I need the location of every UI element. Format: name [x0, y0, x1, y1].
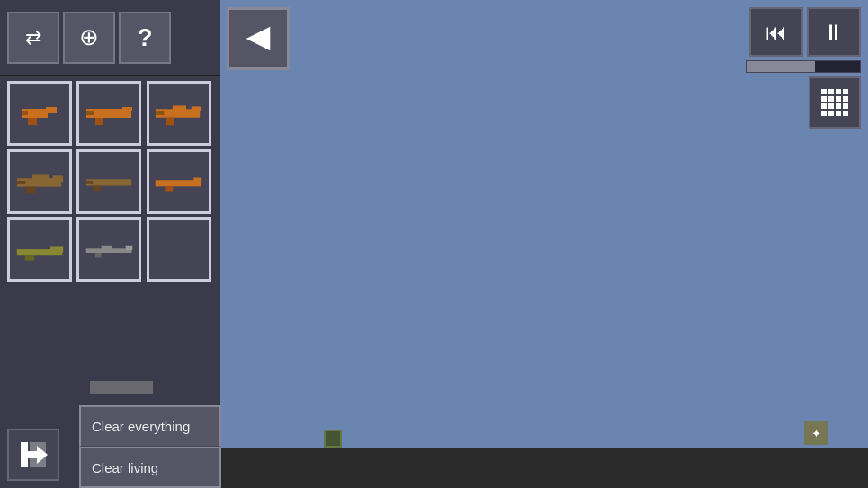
shotgun-icon — [85, 166, 134, 198]
clear-everything-button[interactable]: Clear everything — [79, 405, 221, 447]
svg-rect-11 — [192, 106, 201, 111]
help-button[interactable]: ? — [119, 12, 171, 64]
clear-everything-label: Clear everything — [92, 419, 190, 434]
svg-rect-13 — [173, 105, 186, 110]
svg-rect-3 — [28, 118, 37, 125]
back-icon — [240, 21, 276, 57]
svg-rect-24 — [194, 178, 202, 182]
tiny-character — [90, 381, 153, 394]
svg-rect-19 — [86, 179, 131, 185]
svg-rect-18 — [31, 174, 49, 179]
grid-button[interactable] — [809, 76, 861, 129]
exit-button[interactable] — [7, 429, 59, 481]
rifle-icon — [154, 166, 203, 198]
back-button[interactable] — [227, 7, 290, 70]
toolbar: ⇄ ⊕ ? — [0, 0, 220, 76]
switch-icon: ⇄ — [25, 26, 41, 49]
weapon-slot-rifle[interactable] — [147, 149, 211, 214]
grid-icon — [821, 89, 848, 116]
rewind-icon: ⏮ — [765, 20, 787, 45]
svg-rect-2 — [46, 107, 57, 113]
svg-rect-23 — [166, 186, 174, 191]
playback-controls: ⏮ ⏸ — [749, 7, 861, 57]
pause-icon: ⏸ — [823, 20, 845, 45]
context-menu: Clear everything Clear living — [79, 405, 221, 488]
sniper-icon — [85, 235, 134, 266]
top-right-controls: ⏮ ⏸ — [746, 7, 861, 73]
svg-rect-12 — [156, 111, 164, 115]
character-icon: ✦ — [804, 421, 828, 445]
svg-rect-30 — [126, 246, 133, 250]
progress-bar[interactable] — [746, 60, 861, 73]
clear-living-label: Clear living — [92, 460, 158, 475]
pause-button[interactable]: ⏸ — [807, 7, 861, 57]
weapon-slot-assault[interactable] — [147, 81, 211, 146]
svg-rect-29 — [95, 253, 102, 257]
svg-rect-10 — [166, 118, 174, 126]
weapon-slot-empty[interactable] — [147, 217, 211, 282]
weapon-slot-mg[interactable] — [7, 149, 72, 214]
weapon-slot-pistol[interactable] — [7, 81, 72, 146]
svg-rect-4 — [22, 111, 28, 115]
bottle-icon: ⊕ — [79, 23, 99, 51]
svg-marker-0 — [246, 27, 271, 51]
svg-rect-17 — [16, 181, 24, 184]
rewind-button[interactable]: ⏮ — [749, 7, 803, 57]
pistol-icon — [15, 98, 65, 129]
ground — [220, 448, 868, 488]
game-object — [324, 430, 342, 448]
weapon-grid — [7, 81, 212, 282]
svg-rect-7 — [122, 107, 132, 111]
game-area: ✦ — [220, 0, 868, 488]
svg-rect-21 — [86, 181, 93, 184]
switch-button[interactable]: ⇄ — [7, 12, 59, 64]
smg-icon — [85, 98, 134, 129]
assault-icon — [154, 98, 203, 129]
weapon-slot-smg[interactable] — [76, 81, 141, 146]
sidebar: ⇄ ⊕ ? — [0, 0, 220, 488]
question-icon: ? — [137, 23, 152, 52]
mg-icon — [15, 166, 65, 198]
svg-rect-8 — [86, 111, 94, 115]
progress-bar-fill — [747, 61, 815, 72]
svg-rect-27 — [50, 246, 63, 252]
svg-rect-16 — [52, 175, 62, 182]
exit-icon — [17, 439, 49, 471]
svg-rect-26 — [24, 255, 34, 260]
svg-rect-31 — [101, 246, 112, 249]
weapon-slot-shotgun[interactable] — [76, 149, 141, 214]
lmg-icon — [15, 235, 65, 266]
clear-living-button[interactable]: Clear living — [79, 447, 221, 488]
weapon-slot-lmg[interactable] — [7, 217, 72, 282]
svg-rect-6 — [95, 118, 103, 125]
bottle-button[interactable]: ⊕ — [63, 12, 115, 64]
svg-rect-15 — [25, 187, 35, 194]
svg-rect-20 — [93, 186, 101, 191]
svg-rect-35 — [21, 442, 28, 467]
weapon-slot-sniper[interactable] — [76, 217, 141, 282]
